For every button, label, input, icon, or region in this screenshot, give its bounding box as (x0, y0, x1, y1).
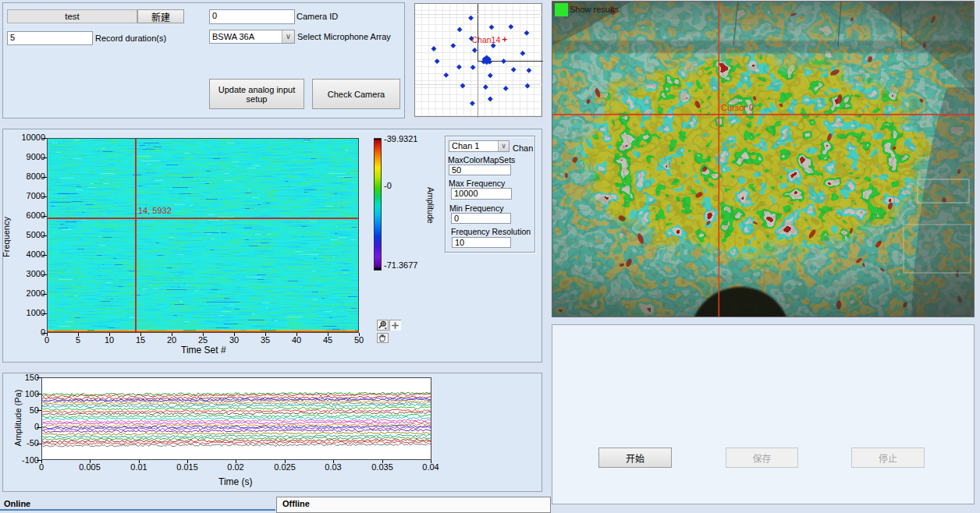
svg-text:Cursor 0: Cursor 0 (721, 103, 754, 112)
svg-text:Chan14: Chan14 (472, 35, 501, 44)
svg-text:14, 5932: 14, 5932 (138, 206, 172, 215)
